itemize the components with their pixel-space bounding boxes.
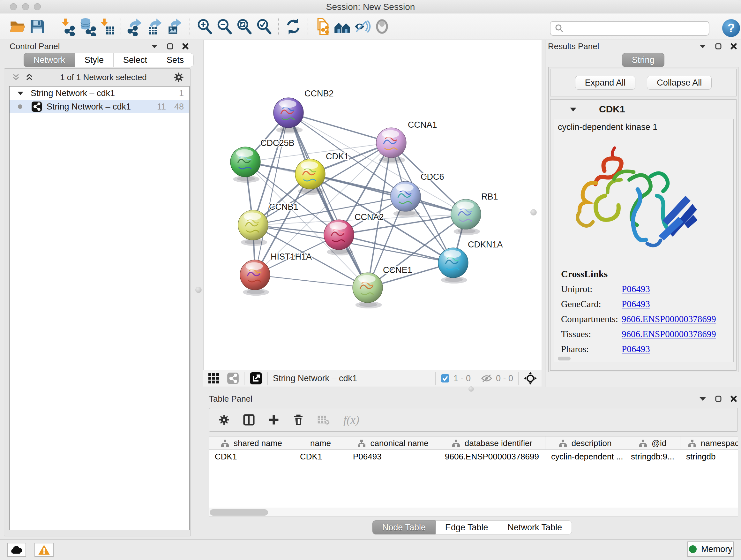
grid-view-icon[interactable] <box>208 372 220 384</box>
section-expander-icon[interactable] <box>569 107 577 112</box>
fit-content-crosshair-icon[interactable] <box>524 372 537 385</box>
search-input[interactable] <box>564 23 705 34</box>
right-splitter-handle[interactable] <box>530 209 537 215</box>
tab-network[interactable]: Network <box>23 53 75 67</box>
table-cell[interactable]: stringdb:9... <box>625 450 680 463</box>
delete-column-icon[interactable] <box>293 414 304 426</box>
table-cell[interactable]: CDK1 <box>294 450 347 463</box>
network-node[interactable]: CDC6 <box>391 172 444 217</box>
table-cell[interactable]: cyclin-dependent ... <box>545 450 625 463</box>
float-panel-icon[interactable] <box>166 43 174 50</box>
expand-all-icon[interactable] <box>25 73 33 81</box>
table-cell[interactable]: CDK1 <box>209 450 294 463</box>
selected-checkbox-icon[interactable] <box>441 374 450 383</box>
hidden-eye-icon[interactable] <box>481 374 492 382</box>
gear-icon[interactable] <box>218 414 230 426</box>
tab-style[interactable]: Style <box>75 53 114 67</box>
function-builder-icon[interactable]: f(x) <box>343 413 359 427</box>
export-table-file-icon[interactable] <box>145 17 165 37</box>
network-row[interactable]: String Network – cdk1 11 48 <box>10 100 189 113</box>
warnings-button[interactable] <box>35 543 54 557</box>
cloud-button[interactable] <box>7 543 26 557</box>
crosslink-value-link[interactable]: P06493 <box>622 344 650 354</box>
import-network-file-icon[interactable] <box>57 17 77 37</box>
detach-view-icon[interactable] <box>250 372 262 385</box>
float-panel-icon[interactable] <box>715 43 722 50</box>
left-splitter-handle[interactable] <box>195 287 202 293</box>
close-panel-icon[interactable] <box>182 43 189 50</box>
zoom-out-icon[interactable] <box>214 17 234 37</box>
panel-menu-icon[interactable] <box>699 44 706 49</box>
export-image-icon[interactable] <box>165 17 185 37</box>
memory-button[interactable]: Memory <box>687 542 734 557</box>
network-node[interactable]: RB1 <box>451 192 498 235</box>
network-edge[interactable] <box>255 275 367 288</box>
network-node[interactable]: CDKN1A <box>438 240 503 284</box>
refresh-icon[interactable] <box>283 17 303 37</box>
column-header-name[interactable]: name <box>294 436 347 450</box>
collapse-all-icon[interactable] <box>12 73 20 81</box>
crosslink-value-link[interactable]: 9606.ENSP00000378699 <box>622 314 716 324</box>
network-node[interactable]: CCNE1 <box>353 265 412 308</box>
collapse-all-button[interactable]: Collapse All <box>647 76 712 90</box>
gear-icon[interactable] <box>173 72 184 83</box>
close-panel-icon[interactable] <box>730 43 737 50</box>
network-collection-row[interactable]: String Network – cdk1 1 <box>10 86 189 100</box>
open-session-icon[interactable] <box>8 17 27 37</box>
network-node[interactable]: CCNB1 <box>238 202 298 246</box>
zoom-fit-icon[interactable] <box>234 17 254 37</box>
add-column-icon[interactable] <box>268 414 280 426</box>
column-header--id[interactable]: @id <box>625 436 680 450</box>
show-columns-icon[interactable] <box>243 414 255 426</box>
table-cell[interactable]: 9606.ENSP00000378699 <box>439 450 545 463</box>
table-hscrollbar[interactable] <box>209 508 738 516</box>
panel-menu-icon[interactable] <box>699 396 706 401</box>
table-hscrollbar-thumb[interactable] <box>210 509 268 516</box>
help-icon[interactable]: ? <box>722 19 740 37</box>
hide-selected-eye-icon[interactable] <box>352 17 372 37</box>
column-header-description[interactable]: description <box>545 436 625 450</box>
bottom-splitter-handle[interactable] <box>468 386 474 392</box>
network-edge-count: 48 <box>174 102 184 112</box>
column-header-shared-name[interactable]: shared name <box>209 436 294 450</box>
tab-network-table[interactable]: Network Table <box>498 520 572 535</box>
result-section-header[interactable]: CDK1 <box>550 102 736 117</box>
save-session-icon[interactable] <box>27 17 47 37</box>
results-scrollbar-thumb[interactable] <box>558 357 570 361</box>
network-edge[interactable] <box>288 113 391 143</box>
tab-node-table[interactable]: Node Table <box>373 520 435 535</box>
tab-edge-table[interactable]: Edge Table <box>435 520 498 535</box>
column-header-database-identifier[interactable]: database identifier <box>439 436 545 450</box>
network-edge[interactable] <box>255 113 288 275</box>
crosslink-value-link[interactable]: P06493 <box>622 284 650 294</box>
import-table-file-icon[interactable] <box>96 17 116 37</box>
delete-table-icon[interactable] <box>317 415 330 425</box>
panel-menu-icon[interactable] <box>151 44 158 49</box>
export-network-file-icon[interactable] <box>126 17 145 37</box>
network-node[interactable]: CDC25B <box>230 138 294 183</box>
string-import-icon[interactable] <box>313 17 333 37</box>
network-node[interactable]: HIST1H1A <box>240 252 312 296</box>
crosslink-value-link[interactable]: 9606.ENSP00000378699 <box>622 329 716 339</box>
column-header-canonical-name[interactable]: canonical name <box>347 436 439 450</box>
search-box[interactable] <box>550 21 710 36</box>
network-node[interactable]: CCNB2 <box>273 89 334 133</box>
close-panel-icon[interactable] <box>730 395 737 402</box>
tab-select[interactable]: Select <box>114 53 157 67</box>
network-canvas[interactable]: CCNB2CCNA1CDC25BCDK1CDC6RB1CCNB1CCNA2CDK… <box>203 40 542 370</box>
column-header-namespace[interactable]: namespace <box>680 436 738 450</box>
table-cell[interactable]: P06493 <box>347 450 439 463</box>
import-network-database-icon[interactable] <box>77 17 96 37</box>
zoom-selected-icon[interactable] <box>254 17 274 37</box>
zoom-in-icon[interactable] <box>195 17 214 37</box>
tab-string[interactable]: String <box>622 53 664 67</box>
expand-all-button[interactable]: Expand All <box>575 76 636 90</box>
lens-icon[interactable] <box>372 17 392 37</box>
network-view-mode-icon[interactable] <box>227 372 239 384</box>
collection-expander-icon[interactable] <box>17 91 23 96</box>
tab-sets[interactable]: Sets <box>157 53 194 67</box>
float-panel-icon[interactable] <box>715 395 722 402</box>
crosslink-value-link[interactable]: P06493 <box>622 299 650 309</box>
table-cell[interactable]: stringdb <box>680 450 738 463</box>
first-neighbors-icon[interactable] <box>333 17 352 37</box>
